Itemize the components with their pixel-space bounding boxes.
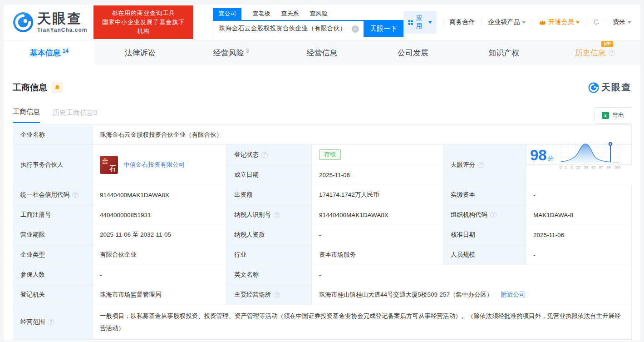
subtab-business-info[interactable]: 工商信息 xyxy=(13,108,40,123)
tianyancha-swirl-icon xyxy=(588,82,599,93)
field-label: 参保人数 xyxy=(13,265,93,285)
section-title: 工商信息 xyxy=(13,82,47,94)
nearby-companies-link[interactable]: 附近公司 xyxy=(501,291,525,298)
open-vip-button[interactable]: 开通会员 xyxy=(539,18,580,26)
divider xyxy=(532,19,532,26)
help-icon[interactable]: ? xyxy=(261,152,268,158)
nav-tab-history[interactable]: 历史信息 VIP ? xyxy=(550,40,640,65)
subscribe-bell-button[interactable] xyxy=(52,82,63,93)
org-code-value: MAK1DAWA-8 xyxy=(526,205,632,225)
field-label: 企业名称 xyxy=(13,125,93,145)
search-tab-company[interactable]: 查公司 xyxy=(213,8,241,20)
paid-in-value: - xyxy=(526,185,632,205)
table-row: 企业名称 珠海金石云金股权投资合伙企业（有限合伙） xyxy=(13,125,632,145)
staff-value: - xyxy=(526,245,632,265)
chevron-down-icon xyxy=(428,21,432,25)
nav-tab-development[interactable]: 公司发展 xyxy=(368,40,458,65)
table-row: 参保人数 - 英文名称 - xyxy=(13,265,632,285)
help-icon[interactable]: ? xyxy=(274,292,280,298)
address-value: 珠海市桂山镇桂山大道44号交通大厦5楼509-257（集中办公区） xyxy=(319,291,493,298)
watermark-logo: 天眼查 xyxy=(588,81,631,94)
help-icon[interactable]: ? xyxy=(478,162,484,168)
term-value: 2025-11-06 至 2032-11-05 xyxy=(93,225,227,245)
excel-icon: x xyxy=(602,112,609,119)
slogan-line1: 都在用的商业查询工具 xyxy=(99,9,187,18)
nav-tab-ip[interactable]: 知识产权 xyxy=(458,40,549,65)
table-row: 经营范围? 一般项目：以私募基金从事股权投资、投资管理、资产管理等活动（须在中国… xyxy=(13,305,632,339)
search-tab-boss[interactable]: 查老板 xyxy=(252,8,270,20)
export-button[interactable]: x 导出 xyxy=(595,107,631,124)
slogan-banner: 都在用的商业查询工具 国家中小企业发展子基金旗下机构 xyxy=(93,5,193,39)
table-row: 登记机关 珠海市市场监督管理局 主要经营场所? 珠海市桂山镇桂山大道44号交通大… xyxy=(13,285,632,305)
slogan-line2: 国家中小企业发展子基金旗下机构 xyxy=(99,18,187,36)
nav-tab-risk[interactable]: 经营风险 3 xyxy=(186,40,276,65)
taxpayer-quality-value: - xyxy=(312,225,443,245)
help-icon[interactable]: ? xyxy=(72,192,79,198)
field-label: 主要经营场所? xyxy=(227,285,312,305)
field-label: 行业 xyxy=(227,245,312,265)
field-label: 工商注册号 xyxy=(13,205,93,225)
field-label: 英文名称 xyxy=(227,265,312,285)
tianyancha-swirl-icon xyxy=(13,12,34,33)
field-label: 天眼评分? xyxy=(443,145,526,185)
help-icon[interactable]: ? xyxy=(48,319,54,325)
nav-tab-operation[interactable]: 经营信息 xyxy=(276,40,367,65)
field-label: 组织机构代码? xyxy=(443,205,526,225)
search-button[interactable]: 天眼一下 xyxy=(364,21,403,37)
divider xyxy=(586,19,586,26)
field-label: 统一社会信用代码? xyxy=(13,185,93,205)
industry-value: 资本市场服务 xyxy=(312,245,443,265)
vip-badge: VIP xyxy=(601,41,613,47)
crown-icon xyxy=(539,19,546,26)
top-menu: 应用 商务合作 企业级产品 开通会员 xyxy=(403,11,631,34)
notification-bell-icon[interactable] xyxy=(593,18,600,26)
apps-menu-button[interactable]: 应用 xyxy=(403,11,437,34)
clear-input-icon[interactable]: × xyxy=(352,25,359,33)
table-row: 工商注册号 440400000851931 纳税人识别号? 91440400MA… xyxy=(13,205,632,225)
app-grid-icon xyxy=(408,19,413,26)
business-scope-value: 一般项目：以私募基金从事股权投资、投资管理、资产管理等活动（须在中国证券投资基金… xyxy=(93,305,632,339)
executive-partner-cell: 金 石 中信金石投资有限公司 xyxy=(93,145,227,185)
tab-count-badge: 14 xyxy=(63,48,69,54)
status-badge: 存续 xyxy=(319,149,341,160)
score-value: 98 xyxy=(530,147,547,164)
help-icon[interactable]: ? xyxy=(490,212,497,218)
insured-value: - xyxy=(93,265,227,285)
nav-tab-basic-info[interactable]: 基本信息 14 xyxy=(4,40,94,65)
search-input[interactable] xyxy=(213,21,364,37)
brand-domain: TianYanCha.com xyxy=(37,27,87,33)
brand-name: 天眼查 xyxy=(37,12,87,25)
company-name-value: 珠海金石云金股权投资合伙企业（有限合伙） xyxy=(93,125,632,145)
field-label: 经营范围? xyxy=(13,305,93,339)
taxpayer-id-value: 91440400MAK1DAWA8X xyxy=(312,205,443,225)
bell-icon xyxy=(54,84,60,91)
search-tab-relation[interactable]: 查关系 xyxy=(281,8,299,20)
table-row: 执行事务合伙人 金 石 中信金石投资有限公司 登记状态? xyxy=(13,145,632,165)
authority-value: 珠海市市场监督管理局 xyxy=(93,285,227,305)
site-logo[interactable]: 天眼查 TianYanCha.com xyxy=(13,12,87,33)
chevron-down-icon xyxy=(522,21,526,25)
search-tabs: 查公司 查老板 查关系 查风险 xyxy=(213,8,403,20)
divider xyxy=(482,19,482,26)
main-content: 工商信息 天眼查 工商信息 历史工商信息0 x 导出 xyxy=(4,81,640,340)
subtab-row: 工商信息 历史工商信息0 x 导出 xyxy=(13,107,631,124)
divider xyxy=(606,19,606,26)
menu-enterprise-products[interactable]: 企业级产品 xyxy=(488,18,526,26)
partner-company-link[interactable]: 中信金石投资有限公司 xyxy=(123,161,185,169)
page-container: 天眼查 TianYanCha.com 都在用的商业查询工具 国家中小企业发展子基… xyxy=(4,5,640,341)
partner-company-logo[interactable]: 金 石 xyxy=(100,156,118,174)
help-icon[interactable]: ? xyxy=(274,212,280,218)
menu-business-cooperation[interactable]: 商务合作 xyxy=(450,18,475,26)
user-menu[interactable]: 费米 xyxy=(613,18,631,26)
search-tab-risk[interactable]: 查风险 xyxy=(310,8,327,20)
chevron-down-icon xyxy=(628,21,631,25)
help-icon[interactable]: ? xyxy=(609,50,615,56)
field-label: 成立日期 xyxy=(227,165,312,185)
table-row: 营业期限 2025-11-06 至 2032-11-05 纳税人资质 - 核准日… xyxy=(13,225,632,245)
subtab-history-business-info[interactable]: 历史工商信息0 xyxy=(53,109,97,123)
field-label: 登记机关 xyxy=(13,285,93,305)
nav-tab-legal[interactable]: 法律诉讼 xyxy=(94,40,185,65)
watermark-text: 天眼查 xyxy=(601,81,631,94)
field-label: 纳税人资质 xyxy=(227,225,312,245)
capital-value: 174174.1742万人民币 xyxy=(312,185,443,205)
